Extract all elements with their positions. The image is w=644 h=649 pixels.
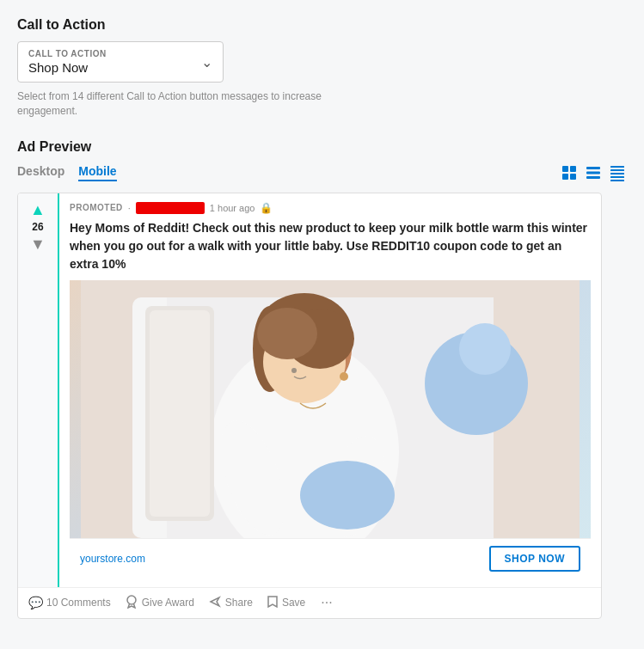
vote-count: 26: [32, 221, 43, 233]
svg-point-26: [291, 368, 297, 373]
promoted-badge: PROMOTED: [70, 203, 123, 212]
svg-rect-3: [570, 174, 576, 180]
dropdown-label: CALL TO ACTION: [28, 49, 212, 58]
comments-label: 10 Comments: [46, 597, 111, 609]
svg-point-32: [127, 596, 136, 604]
svg-rect-8: [610, 169, 624, 171]
ad-preview-section: Ad Preview Desktop Mobile: [17, 139, 627, 619]
tabs-container: Desktop Mobile: [17, 164, 117, 181]
ad-actions: 💬 10 Comments Give Award Sha: [18, 587, 601, 618]
lock-icon: 🔒: [260, 202, 273, 214]
downvote-button[interactable]: ▼: [30, 236, 46, 252]
view-icons: [560, 163, 627, 182]
save-label: Save: [282, 597, 305, 609]
svg-rect-10: [610, 176, 624, 178]
ad-meta: PROMOTED · 1 hour ago 🔒: [70, 202, 591, 214]
tabs-row: Desktop Mobile: [17, 163, 627, 182]
upvote-button[interactable]: ▲: [30, 202, 46, 217]
ad-footer: yourstore.com SHOP NOW: [70, 538, 591, 579]
svg-rect-1: [570, 166, 576, 172]
compact-view-icon[interactable]: [608, 163, 627, 182]
ad-card: ▲ 26 ▼ PROMOTED · 1 hour ago 🔒 Hey Moms …: [17, 193, 602, 619]
svg-rect-6: [586, 176, 600, 179]
ad-image: [70, 280, 591, 538]
comments-action[interactable]: 💬 10 Comments: [28, 596, 111, 609]
list-view-icon[interactable]: [584, 163, 603, 182]
ad-title: Hey Moms of Reddit! Check out this new p…: [70, 219, 591, 273]
award-icon: [125, 595, 138, 611]
comments-icon: 💬: [28, 596, 43, 609]
call-to-action-section: Call to Action CALL TO ACTION Shop Now ⌄…: [17, 17, 627, 119]
ad-card-inner: ▲ 26 ▼ PROMOTED · 1 hour ago 🔒 Hey Moms …: [18, 193, 601, 587]
svg-rect-5: [586, 171, 600, 174]
ad-content: PROMOTED · 1 hour ago 🔒 Hey Moms of Redd…: [59, 193, 601, 587]
svg-point-20: [300, 461, 395, 530]
shop-now-button[interactable]: SHOP NOW: [489, 546, 580, 572]
svg-rect-2: [562, 174, 568, 180]
section-title: Call to Action: [17, 17, 627, 33]
tab-desktop[interactable]: Desktop: [17, 164, 64, 181]
save-action[interactable]: Save: [267, 595, 305, 611]
chevron-down-icon: ⌄: [201, 54, 212, 70]
share-icon: [208, 595, 222, 611]
helper-text: Select from 14 different Call to Action …: [17, 89, 327, 119]
time-ago: 1 hour ago: [210, 203, 255, 213]
svg-rect-7: [610, 166, 624, 168]
svg-point-28: [257, 308, 317, 359]
dropdown-value: Shop Now: [28, 60, 212, 75]
share-action[interactable]: Share: [208, 595, 253, 611]
tab-mobile[interactable]: Mobile: [78, 164, 116, 181]
more-actions[interactable]: ···: [321, 595, 332, 610]
username-redacted: [136, 202, 205, 214]
save-icon: [267, 595, 279, 611]
meta-separator: ·: [128, 203, 131, 213]
more-dots-icon: ···: [321, 595, 332, 610]
svg-rect-0: [562, 166, 568, 172]
svg-rect-9: [610, 173, 624, 174]
cta-dropdown[interactable]: CALL TO ACTION Shop Now ⌄: [17, 41, 224, 83]
svg-rect-31: [150, 310, 210, 517]
svg-point-29: [340, 372, 348, 381]
ad-preview-title: Ad Preview: [17, 139, 627, 155]
store-link[interactable]: yourstore.com: [80, 553, 145, 565]
share-label: Share: [225, 597, 253, 609]
award-action[interactable]: Give Award: [125, 595, 194, 611]
svg-rect-11: [610, 180, 624, 181]
card-view-icon[interactable]: [560, 163, 579, 182]
svg-rect-4: [586, 167, 600, 169]
svg-point-16: [459, 323, 511, 375]
award-label: Give Award: [142, 597, 194, 609]
vote-column: ▲ 26 ▼: [18, 193, 59, 587]
